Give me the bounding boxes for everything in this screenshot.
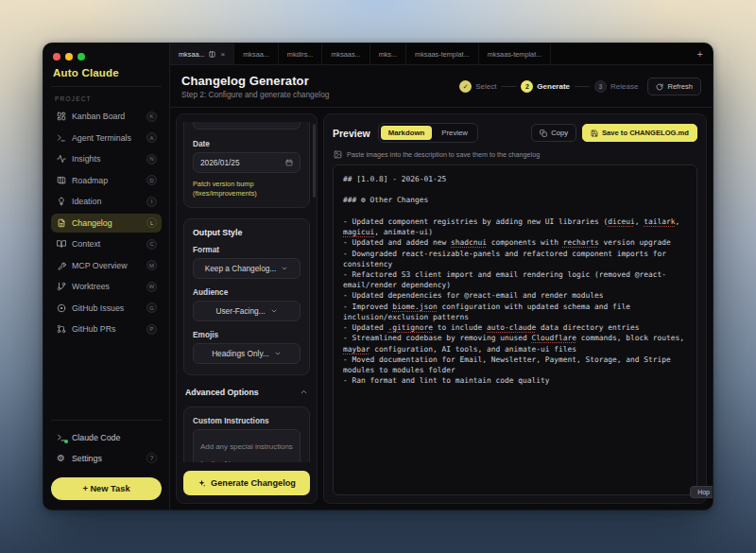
generate-changelog-button[interactable]: Generate Changelog xyxy=(183,471,310,495)
sidebar-item-mcp-overview[interactable]: MCP OverviewM xyxy=(51,256,162,276)
sidebar-nav: Kanban BoardKAgent TerminalsAInsightsNRo… xyxy=(51,107,162,339)
tab-label: mks... xyxy=(379,50,397,59)
copy-icon xyxy=(540,130,547,137)
new-task-button[interactable]: + New Task xyxy=(51,477,162,500)
chevron-up-icon xyxy=(300,388,308,396)
settings-item[interactable]: ⚙ Settings ? xyxy=(51,449,162,467)
gear-icon: ⚙ xyxy=(56,453,66,463)
shortcut-badge: W xyxy=(146,282,157,292)
zoom-window-button[interactable] xyxy=(77,53,85,60)
sidebar-section-label: PROJECT xyxy=(55,95,158,102)
advanced-options-toggle[interactable]: Advanced Options xyxy=(183,386,310,399)
claude-code-label: Claude Code xyxy=(72,433,120,442)
shortcut-badge: P xyxy=(146,324,157,335)
claude-code-item[interactable]: Claude Code xyxy=(51,428,162,446)
chevron-down-icon xyxy=(274,350,282,357)
tab-mksaas-templat[interactable]: mksaas-templat... xyxy=(406,43,479,64)
sidebar-item-github-prs[interactable]: GitHub PRsP xyxy=(51,320,162,339)
sidebar-item-changelog[interactable]: ChangelogL xyxy=(51,214,162,233)
file-text-icon xyxy=(56,217,66,228)
sidebar-item-insights[interactable]: InsightsN xyxy=(51,149,162,169)
tab-bar: mksaa...×mksaa...mkdirs...mksaas...mks..… xyxy=(170,43,713,65)
main-area: mksaa...×mksaa...mkdirs...mksaas...mks..… xyxy=(170,43,713,510)
audience-select[interactable]: User-Facing... xyxy=(193,301,301,321)
tab-preview[interactable]: Preview xyxy=(434,126,475,140)
sidebar-item-label: Worktrees xyxy=(72,282,141,291)
tab-label: mkdirs... xyxy=(287,50,314,59)
window-controls[interactable] xyxy=(53,53,162,60)
sidebar-item-label: GitHub PRs xyxy=(72,324,141,334)
preview-actions: Copy Save to CHANGELOG.md xyxy=(531,124,697,142)
audience-label: Audience xyxy=(193,287,301,297)
emojis-select[interactable]: Headings Only... xyxy=(193,343,301,364)
insights-icon xyxy=(56,154,66,164)
calendar-icon xyxy=(285,159,293,166)
scrollbar[interactable] xyxy=(313,124,316,198)
markdown-editor[interactable]: ## [1.0.8] - 2026-01-25 ### ⚙ Other Chan… xyxy=(333,164,697,495)
format-label: Format xyxy=(193,245,301,254)
circle-dot-icon xyxy=(56,302,66,313)
date-label: Date xyxy=(193,139,301,148)
sidebar-item-ideation[interactable]: IdeationI xyxy=(51,192,162,212)
misspelled-word: Cloudflare xyxy=(532,334,577,342)
refresh-button[interactable]: Refresh xyxy=(647,78,701,95)
format-select[interactable]: Keep a Changelog... xyxy=(193,258,301,279)
sidebar-item-kanban-board[interactable]: Kanban BoardK xyxy=(51,107,162,127)
save-button[interactable]: Save to CHANGELOG.md xyxy=(582,124,697,142)
step-release[interactable]: 3 Release xyxy=(594,80,638,93)
shortcut-badge: K xyxy=(146,112,157,122)
step-select[interactable]: ✓ Select xyxy=(459,80,496,93)
date-input[interactable]: 2026/01/25 xyxy=(193,152,301,173)
help-icon[interactable]: ? xyxy=(146,453,157,463)
sidebar-footer: Claude Code ⚙ Settings ? + New Task xyxy=(51,420,162,500)
config-scroll-region: Date 2026/01/25 Patch version bump (fixe… xyxy=(183,122,310,462)
app-title: Auto Claude xyxy=(51,67,162,87)
misspelled-word: maybar xyxy=(343,345,370,354)
copy-button[interactable]: Copy xyxy=(531,124,576,142)
tab-label: mksaa... xyxy=(243,50,269,59)
preview-header: Preview Markdown Preview Copy Save to CH… xyxy=(333,123,697,143)
sidebar-item-roadmap[interactable]: RoadmapD xyxy=(51,171,162,191)
step-generate[interactable]: 2 Generate xyxy=(521,80,570,93)
page-subtitle: Step 2: Configure and generate changelog xyxy=(181,90,329,99)
chevron-down-icon xyxy=(281,265,288,272)
shortcut-badge: C xyxy=(146,239,157,250)
sidebar-item-github-issues[interactable]: GitHub IssuesG xyxy=(51,299,162,319)
config-panel: Date 2026/01/25 Patch version bump (fixe… xyxy=(176,113,318,504)
new-tab-button[interactable]: + xyxy=(688,48,713,60)
columns-icon xyxy=(209,51,215,58)
custom-instructions-label: Custom Instructions xyxy=(193,416,301,425)
version-bump-hint: Patch version bump (fixes/improvements) xyxy=(193,180,301,199)
sidebar-item-label: Insights xyxy=(72,154,141,164)
settings-label: Settings xyxy=(72,454,102,463)
sparkles-icon xyxy=(198,479,206,488)
sidebar-item-context[interactable]: ContextC xyxy=(51,234,162,254)
tab-mks[interactable]: mks... xyxy=(370,43,406,64)
tab-mksaa[interactable]: mksaa... xyxy=(234,43,279,64)
close-window-button[interactable] xyxy=(53,53,60,60)
sidebar-item-label: Ideation xyxy=(72,197,141,206)
tab-mkdirs[interactable]: mkdirs... xyxy=(279,43,323,64)
tab-mksaas[interactable]: mksaas... xyxy=(322,43,369,64)
chevron-down-icon xyxy=(270,307,278,315)
close-icon[interactable]: × xyxy=(221,50,226,59)
tab-mksaas-templat[interactable]: mksaas-templat... xyxy=(479,43,552,64)
sidebar-item-label: Roadmap xyxy=(72,176,141,185)
preview-title: Preview xyxy=(333,128,370,139)
sidebar-item-worktrees[interactable]: WorktreesW xyxy=(51,277,162,297)
version-input[interactable] xyxy=(193,122,301,130)
date-card: Date 2026/01/25 Patch version bump (fixe… xyxy=(183,122,310,208)
tab-mksaa[interactable]: mksaa...× xyxy=(170,43,234,64)
sidebar-item-label: GitHub Issues xyxy=(72,303,141,313)
preview-panel: Preview Markdown Preview Copy Save to CH… xyxy=(323,113,707,504)
minimize-window-button[interactable] xyxy=(65,53,73,60)
emojis-label: Emojis xyxy=(193,330,301,339)
tab-label: mksaas-templat... xyxy=(415,50,470,59)
custom-instructions-input[interactable]: Add any special instructions for the AI.… xyxy=(193,429,301,462)
tab-list: mksaa...×mksaa...mkdirs...mksaas...mks..… xyxy=(170,43,551,64)
tab-markdown[interactable]: Markdown xyxy=(381,126,433,140)
tab-label: mksaa... xyxy=(179,50,205,59)
overflow-tooltip: Hop xyxy=(690,486,713,498)
sidebar-item-agent-terminals[interactable]: Agent TerminalsA xyxy=(51,129,162,148)
app-window: Auto Claude PROJECT Kanban BoardKAgent T… xyxy=(43,43,713,510)
